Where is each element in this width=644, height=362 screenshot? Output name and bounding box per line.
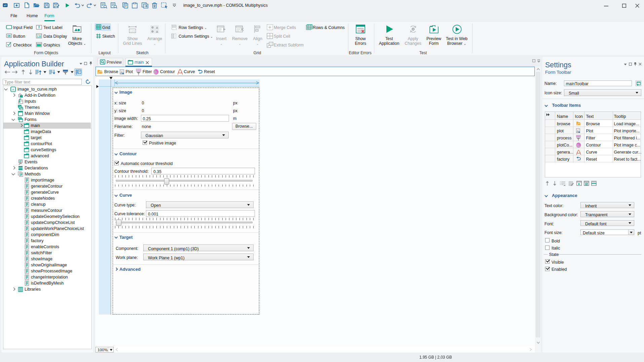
svg-text:1.23: 1.23 — [37, 35, 41, 38]
svg-text:OK: OK — [7, 35, 11, 37]
svg-text:1.23: 1.23 — [130, 30, 135, 32]
